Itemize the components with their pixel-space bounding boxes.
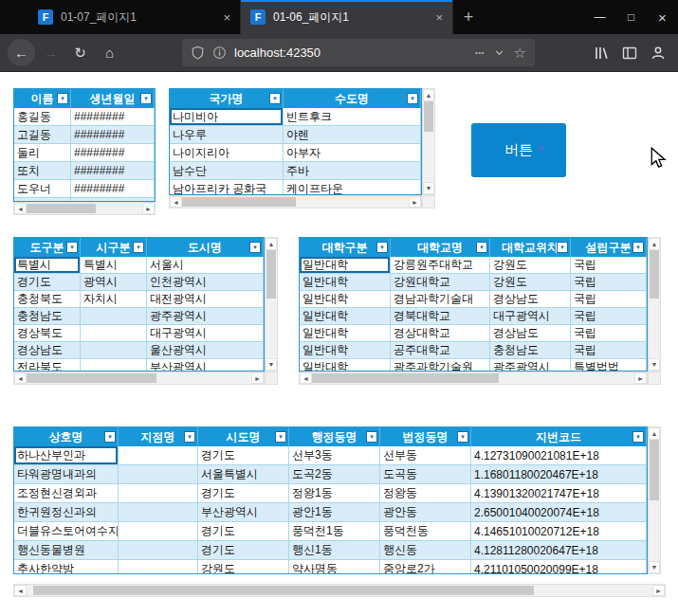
cell[interactable]: 정왕1동	[289, 484, 380, 503]
scroll-right-icon[interactable]: ►	[634, 372, 647, 384]
cell[interactable]: 광주광역시	[490, 359, 571, 371]
forward-button[interactable]: →	[37, 39, 64, 66]
cell[interactable]: 서울특별시	[198, 465, 289, 484]
filter-dropdown-button[interactable]: ▼	[104, 431, 116, 443]
cell[interactable]: 4.12811280020647E+18	[471, 541, 647, 560]
bookmark-star-icon[interactable]: ☆	[514, 45, 526, 60]
scroll-left-icon[interactable]: ◄	[14, 585, 27, 596]
cell[interactable]	[119, 541, 198, 560]
scroll-down-icon[interactable]: ▼	[423, 182, 434, 194]
cell[interactable]: 일반대학	[300, 274, 391, 291]
scroll-up-icon[interactable]: ▲	[423, 89, 434, 101]
cell[interactable]: 주바	[284, 162, 421, 180]
cell[interactable]: ########	[71, 162, 155, 180]
cell[interactable]: 인천광역시	[147, 274, 264, 291]
cell[interactable]: 일반대학	[300, 257, 391, 274]
cell[interactable]: 광역시	[81, 274, 147, 291]
info-icon[interactable]	[212, 45, 227, 60]
filter-dropdown-button[interactable]: ▼	[476, 242, 487, 253]
cell[interactable]: 국립	[571, 291, 647, 308]
cell[interactable]: 대구광역시	[147, 325, 264, 342]
cell[interactable]: 약사명동	[289, 560, 380, 574]
cell[interactable]	[119, 465, 198, 484]
scrollbar-thumb[interactable]	[424, 101, 433, 132]
cell[interactable]	[119, 484, 198, 503]
filter-dropdown-button[interactable]: ▼	[57, 93, 68, 104]
scroll-right-icon[interactable]: ►	[142, 203, 155, 214]
url-text[interactable]: localhost:42350	[234, 45, 321, 60]
scrollbar-thumb[interactable]	[27, 373, 156, 383]
cell[interactable]: ########	[71, 126, 155, 144]
close-window-button[interactable]: ×	[647, 0, 678, 34]
horizontal-scrollbar[interactable]: ◄►	[299, 371, 648, 385]
cell[interactable]: 일반대학	[300, 308, 391, 325]
vertical-scrollbar[interactable]: ▲▼	[648, 237, 661, 371]
filter-dropdown-button[interactable]: ▼	[632, 431, 644, 443]
cell[interactable]: 충청남도	[490, 342, 571, 359]
cell[interactable]	[119, 503, 198, 522]
sidebar-icon[interactable]	[621, 45, 638, 62]
scroll-down-icon[interactable]: ▼	[266, 358, 277, 371]
scroll-right-icon[interactable]: ►	[652, 585, 665, 596]
cell[interactable]: 국립	[571, 325, 647, 342]
cell[interactable]: 행신1동	[289, 541, 380, 560]
cell[interactable]: 충청북도	[14, 291, 81, 308]
horizontal-scrollbar[interactable]: ◄►	[13, 584, 666, 597]
account-icon[interactable]	[650, 45, 667, 62]
cell[interactable]: 국립	[571, 342, 647, 359]
cell[interactable]: 자치시	[81, 291, 147, 308]
cell[interactable]: 또치	[14, 162, 71, 180]
scroll-up-icon[interactable]: ▲	[266, 238, 277, 250]
filter-dropdown-button[interactable]: ▼	[249, 242, 261, 253]
back-button[interactable]: ←	[8, 39, 35, 66]
cell[interactable]: 정왕동	[380, 484, 471, 503]
cell[interactable]: 1.16801180020467E+18	[471, 465, 647, 484]
cell[interactable]: 케이프타운	[284, 180, 421, 195]
filter-dropdown-button[interactable]: ▼	[66, 242, 78, 253]
cell[interactable]: 공주대학교	[391, 342, 490, 359]
close-tab-icon[interactable]: ×	[223, 10, 230, 25]
cell[interactable]: 4.13901320021747E+18	[471, 484, 647, 503]
cell[interactable]: 강원대학교	[391, 274, 490, 291]
cell[interactable]: 하나산부인과	[14, 446, 119, 465]
vertical-scrollbar[interactable]: ▲▼	[422, 88, 435, 195]
scroll-up-icon[interactable]: ▲	[649, 427, 660, 440]
scrollbar-track[interactable]	[423, 101, 434, 182]
filter-dropdown-button[interactable]: ▼	[407, 93, 418, 104]
cell[interactable]: 부산광역시	[198, 503, 289, 522]
cell[interactable]	[81, 342, 147, 359]
scroll-left-icon[interactable]: ◄	[14, 372, 27, 384]
cell[interactable]: 경상북도	[14, 325, 81, 342]
vertical-scrollbar[interactable]: ▲▼	[648, 426, 661, 574]
scrollbar-thumb[interactable]	[266, 250, 276, 299]
cell[interactable]: 경기도	[198, 446, 289, 465]
cell[interactable]: 선부동	[380, 446, 471, 465]
cell[interactable]: 광안동	[380, 503, 471, 522]
cell[interactable]: 특별시	[14, 257, 81, 274]
cell[interactable]: 도우너	[14, 180, 71, 198]
cell[interactable]: 도곡동	[380, 465, 471, 484]
cell[interactable]: 4.14651010020712E+18	[471, 522, 647, 541]
scrollbar-thumb[interactable]	[312, 373, 499, 383]
scrollbar-thumb[interactable]	[182, 197, 296, 207]
tab-01-07[interactable]: F 01-07_페이지1 ×	[28, 0, 241, 34]
cell[interactable]: 둘리	[14, 144, 71, 162]
cell[interactable]: 풍덕천동	[380, 522, 471, 541]
cell[interactable]: 나이지리아	[170, 144, 284, 162]
cell[interactable]: 도곡2동	[289, 465, 380, 484]
scroll-left-icon[interactable]: ◄	[170, 196, 182, 208]
cell[interactable]: 광주광역시	[147, 308, 264, 325]
cell[interactable]	[119, 522, 198, 541]
cell[interactable]: ########	[71, 108, 155, 126]
cell[interactable]: 선부3동	[289, 446, 380, 465]
cell[interactable]: 4.12731090021081E+18	[471, 446, 647, 465]
close-tab-icon[interactable]: ×	[435, 10, 443, 25]
filter-dropdown-button[interactable]: ▼	[269, 93, 281, 104]
cell[interactable]: 광안1동	[289, 503, 380, 522]
cell[interactable]: 경상남도	[490, 325, 571, 342]
cell[interactable]: 고길동	[14, 126, 71, 144]
cell[interactable]: 전라북도	[14, 359, 81, 371]
scroll-up-icon[interactable]: ▲	[649, 238, 660, 250]
home-button[interactable]: ⌂	[96, 39, 123, 66]
cell[interactable]	[71, 198, 155, 202]
